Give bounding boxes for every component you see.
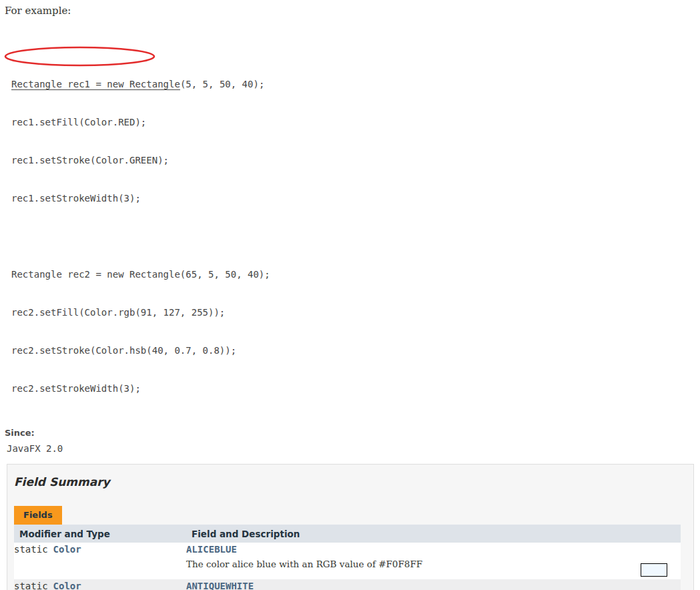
for-example-label: For example: (5, 5, 700, 17)
code-line-1-rest: (5, 5, 50, 40); (180, 79, 264, 89)
since-block: Since: JavaFX 2.0 (5, 428, 700, 455)
code-line-6: Rectangle rec2 = new Rectangle(65, 5, 50… (11, 268, 700, 281)
code-line-7: rec2.setFill(Color.rgb(91, 127, 255)); (11, 306, 700, 319)
color-swatch (641, 563, 667, 577)
since-label: Since: (5, 428, 700, 438)
fields-table: Modifier and Type Field and Description … (14, 525, 681, 590)
field-summary-title: Field Summary (14, 475, 687, 489)
field-summary-section: Field Summary Fields Modifier and Type F… (7, 464, 694, 590)
code-line-1: Rectangle rec1 = new Rectangle(5, 5, 50,… (11, 78, 700, 91)
column-header-modifier-and-type: Modifier and Type (14, 525, 186, 543)
table-row: staticColor ANTIQUEWHITE The color antiq… (14, 579, 681, 590)
code-line-2: rec1.setFill(Color.RED); (11, 116, 700, 129)
column-header-field-and-description: Field and Description (186, 525, 681, 543)
since-value: JavaFX 2.0 (7, 442, 700, 455)
field-description: The color alice blue with an RGB value o… (186, 556, 681, 572)
red-oval-annotation (3, 46, 156, 67)
field-modifier: static (14, 544, 48, 555)
code-example: Rectangle rec1 = new Rectangle(5, 5, 50,… (5, 40, 700, 408)
field-type-link[interactable]: Color (53, 581, 81, 590)
code-line-blank (11, 230, 700, 243)
code-line-1-underlined: Rectangle rec1 = new Rectangle (11, 79, 180, 90)
field-type-link[interactable]: Color (53, 544, 81, 555)
field-name-link[interactable]: ALICEBLUE (186, 544, 237, 555)
fields-caption-row: Fields (14, 506, 687, 525)
table-row: staticColor ALICEBLUE The color alice bl… (14, 543, 681, 579)
fields-tab[interactable]: Fields (14, 506, 62, 525)
code-line-3: rec1.setStroke(Color.GREEN); (11, 154, 700, 167)
fields-table-body: staticColor ALICEBLUE The color alice bl… (14, 543, 681, 590)
code-line-4: rec1.setStrokeWidth(3); (11, 192, 700, 205)
table-header-row: Modifier and Type Field and Description (14, 525, 681, 543)
field-modifier: static (14, 581, 48, 590)
field-name-link[interactable]: ANTIQUEWHITE (186, 581, 254, 590)
code-line-9: rec2.setStrokeWidth(3); (11, 382, 700, 395)
code-line-8: rec2.setStroke(Color.hsb(40, 0.7, 0.8)); (11, 344, 700, 357)
